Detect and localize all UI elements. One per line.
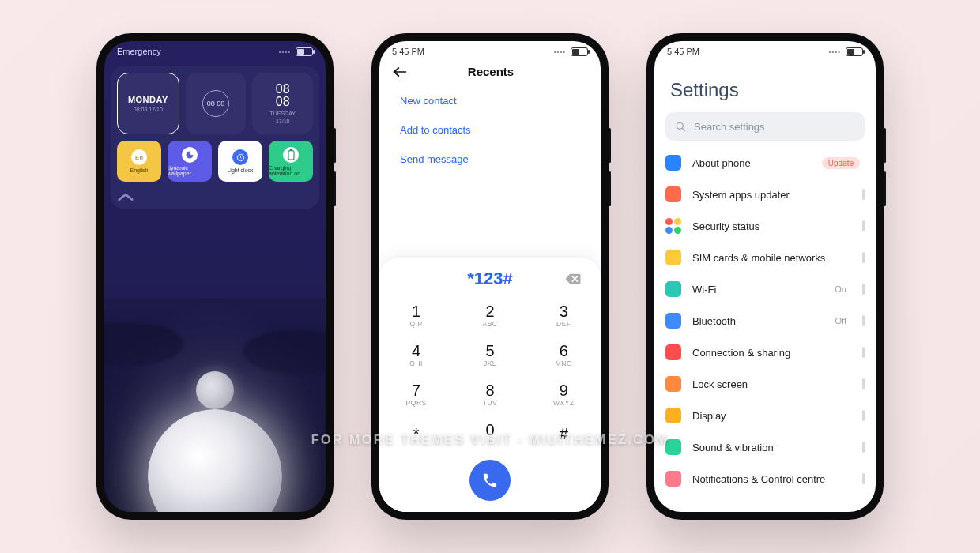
call-button[interactable] xyxy=(469,460,511,501)
clock-ring-icon: 08 08 xyxy=(202,90,229,117)
settings-row-icon xyxy=(665,408,681,423)
keypad-key-6[interactable]: 6MNO xyxy=(527,335,601,374)
moon-icon xyxy=(148,409,282,512)
settings-row[interactable]: Display xyxy=(665,400,865,431)
settings-row-label: SIM cards & mobile networks xyxy=(692,252,851,264)
keypad-key-2[interactable]: 2ABC xyxy=(453,295,526,335)
dialer-option[interactable]: Add to contacts xyxy=(400,115,580,145)
keypad-key-4[interactable]: 4GHI xyxy=(379,335,453,374)
chevron-right-icon xyxy=(862,473,865,484)
option-chips: En English dynamic wallpaper Light clo xyxy=(117,141,313,182)
dial-panel: *123# 1Q.P2ABC3DEF4GHI5JKL6MNO7PQRS8TUV9… xyxy=(379,258,601,512)
status-bar: 5:45 PM •••• xyxy=(654,41,876,62)
status-time: 5:45 PM xyxy=(392,47,424,56)
page-title: Settings xyxy=(654,62,876,112)
chevron-right-icon xyxy=(862,410,865,421)
settings-row-label: Wi-Fi xyxy=(692,284,824,295)
update-badge: Update xyxy=(822,157,860,169)
status-right: •••• xyxy=(279,47,313,56)
backspace-icon[interactable] xyxy=(564,273,582,285)
settings-row[interactable]: System apps updater xyxy=(665,179,865,210)
settings-row-label: Sound & vibration xyxy=(692,442,851,453)
status-bar: Emergency •••• xyxy=(104,41,326,62)
settings-row-icon xyxy=(665,281,681,297)
keypad-key-3[interactable]: 3DEF xyxy=(527,295,601,335)
chip-light-clock[interactable]: Light clock xyxy=(218,141,262,182)
status-emergency: Emergency xyxy=(117,47,161,56)
keypad-key-0[interactable]: 0+ xyxy=(453,414,526,453)
phone-lockscreen: Emergency •••• MONDAY 08:08 17/10 08 08 xyxy=(96,33,334,520)
keypad-key-8[interactable]: 8TUV xyxy=(453,374,526,414)
battery-icon xyxy=(846,47,863,56)
status-time: 5:45 PM xyxy=(667,47,699,56)
clock-card-ring[interactable]: 08 08 xyxy=(186,73,247,134)
settings-row-icon xyxy=(665,250,681,265)
battery-icon xyxy=(296,47,313,56)
phone-row: Emergency •••• MONDAY 08:08 17/10 08 08 xyxy=(0,0,980,520)
settings-row-icon xyxy=(665,313,681,329)
settings-row-label: About phone xyxy=(692,157,811,169)
settings-row-icon xyxy=(665,186,681,202)
settings-row[interactable]: Wi-FiOn xyxy=(665,273,865,305)
settings-row[interactable]: Sound & vibration xyxy=(665,431,865,463)
dialer-option[interactable]: Send message xyxy=(400,145,580,174)
keypad-key-7[interactable]: 7PQRS xyxy=(379,374,453,414)
settings-row-icon xyxy=(665,471,681,487)
settings-row[interactable]: Security status xyxy=(665,210,865,242)
battery-icon xyxy=(571,47,588,56)
settings-row-label: Security status xyxy=(692,220,851,232)
clock-icon xyxy=(232,149,248,165)
chip-english[interactable]: En English xyxy=(117,141,161,182)
settings-list: About phoneUpdateSystem apps updater Sec… xyxy=(654,141,876,495)
page-title: Recents xyxy=(394,65,588,78)
moon-icon xyxy=(182,147,198,163)
chevron-up-icon[interactable] xyxy=(117,191,313,202)
keypad-key-#[interactable]: # xyxy=(527,414,601,453)
settings-row[interactable]: Lock screen xyxy=(665,368,865,400)
settings-row[interactable]: Notifications & Control centre xyxy=(665,463,865,495)
dial-display: *123# xyxy=(467,269,513,289)
settings-row-label: Connection & sharing xyxy=(692,347,851,359)
settings-row-label: Display xyxy=(692,410,851,422)
search-input[interactable]: Search settings xyxy=(665,112,865,141)
svg-rect-1 xyxy=(288,150,294,159)
chevron-right-icon xyxy=(862,220,865,231)
settings-row-icon xyxy=(665,155,681,171)
dialer-option[interactable]: New contact xyxy=(400,86,580,115)
keypad-key-5[interactable]: 5JKL xyxy=(453,335,526,374)
svg-rect-2 xyxy=(289,149,292,151)
settings-row[interactable]: About phoneUpdate xyxy=(665,147,865,179)
clock-style-panel: MONDAY 08:08 17/10 08 08 08 08 TUESDAY 1… xyxy=(111,66,319,209)
lock-wallpaper xyxy=(104,299,326,512)
clock-card-stacked[interactable]: 08 08 TUESDAY 17/10 xyxy=(252,73,313,134)
settings-row[interactable]: Connection & sharing xyxy=(665,337,865,368)
search-icon xyxy=(675,121,687,133)
status-bar: 5:45 PM •••• xyxy=(379,41,601,62)
moon-small-icon xyxy=(196,371,234,409)
chevron-right-icon xyxy=(862,252,865,263)
phone-dialer: 5:45 PM •••• Recents New contactAdd to c… xyxy=(371,33,609,520)
keypad-key-9[interactable]: 9WXYZ xyxy=(527,374,601,414)
settings-row-icon xyxy=(665,376,681,392)
settings-row-icon xyxy=(665,344,681,360)
settings-row[interactable]: BluetoothOff xyxy=(665,305,865,337)
settings-row-label: Notifications & Control centre xyxy=(692,473,851,485)
settings-row[interactable]: SIM cards & mobile networks xyxy=(665,242,865,273)
chip-charging-animation[interactable]: Charging animation on xyxy=(269,141,313,182)
chevron-right-icon xyxy=(862,189,865,200)
keypad-key-1[interactable]: 1Q.P xyxy=(379,295,453,335)
settings-row-icon xyxy=(665,218,681,234)
settings-row-value: On xyxy=(835,284,846,294)
chevron-right-icon xyxy=(862,284,865,295)
search-placeholder: Search settings xyxy=(694,121,765,133)
chevron-right-icon xyxy=(862,347,865,358)
phone-settings: 5:45 PM •••• Settings Search settings Ab… xyxy=(646,33,884,520)
battery-icon xyxy=(283,147,299,163)
clock-card-monday[interactable]: MONDAY 08:08 17/10 xyxy=(117,73,179,134)
settings-row-label: Bluetooth xyxy=(692,315,824,327)
chevron-right-icon xyxy=(862,315,865,326)
keypad-key-*[interactable]: * xyxy=(379,414,453,453)
settings-row-icon xyxy=(665,439,681,455)
chip-dynamic-wallpaper[interactable]: dynamic wallpaper xyxy=(168,141,212,182)
settings-row-label: Lock screen xyxy=(692,378,851,390)
